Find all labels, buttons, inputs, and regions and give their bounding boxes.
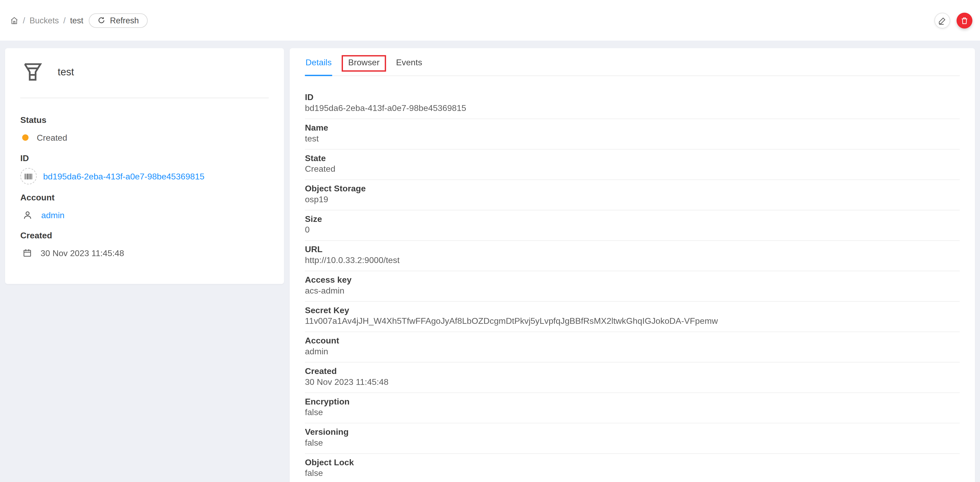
id-section: ID bd195da6-2eba-413f-a0e7-98be45369815 bbox=[20, 153, 269, 185]
home-icon[interactable] bbox=[10, 16, 18, 24]
resource-info-card: test Status Created ID bbox=[5, 48, 284, 284]
resource-id-link[interactable]: bd195da6-2eba-413f-a0e7-98be45369815 bbox=[43, 172, 204, 181]
breadcrumb-separator: / bbox=[64, 16, 66, 25]
refresh-button[interactable]: Refresh bbox=[89, 13, 148, 28]
user-icon bbox=[20, 210, 35, 220]
refresh-label: Refresh bbox=[110, 16, 139, 25]
id-label: ID bbox=[20, 153, 269, 164]
status-label: Status bbox=[20, 115, 269, 126]
detail-row-name: Name test bbox=[305, 119, 960, 150]
bucket-icon bbox=[21, 60, 45, 84]
created-section: Created 30 Nov 2023 11:45:48 bbox=[20, 231, 269, 260]
account-section: Account admin bbox=[20, 193, 269, 223]
page: / Buckets / test Refresh bbox=[0, 0, 980, 482]
calendar-icon bbox=[20, 248, 34, 257]
detail-row-object-storage: Object Storage osp19 bbox=[305, 180, 960, 210]
created-value: 30 Nov 2023 11:45:48 bbox=[41, 248, 124, 258]
detail-row-id: ID bd195da6-2eba-413f-a0e7-98be45369815 bbox=[305, 89, 960, 119]
barcode-icon bbox=[20, 168, 37, 185]
pencil-icon bbox=[938, 16, 946, 24]
status-dot-icon bbox=[22, 134, 29, 141]
detail-row-object-lock: Object Lock false bbox=[305, 454, 960, 482]
edit-button[interactable] bbox=[934, 13, 950, 29]
detail-row-versioning: Versioning false bbox=[305, 423, 960, 454]
content-area: test Status Created ID bbox=[0, 41, 980, 482]
detail-row-url: URL http://10.0.33.2:9000/test bbox=[305, 241, 960, 271]
created-label: Created bbox=[20, 231, 269, 241]
tab-browser[interactable]: Browser bbox=[347, 57, 380, 75]
breadcrumb-item-buckets[interactable]: Buckets bbox=[29, 16, 59, 25]
details-card: Details Browser Events ID bd195da6-2eba-… bbox=[290, 48, 975, 482]
tab-browser-label: Browser bbox=[348, 57, 380, 67]
top-bar: / Buckets / test Refresh bbox=[0, 0, 980, 41]
detail-row-account: Account admin bbox=[305, 332, 960, 363]
breadcrumb-separator: / bbox=[23, 16, 25, 25]
detail-row-size: Size 0 bbox=[305, 210, 960, 241]
trash-icon bbox=[960, 16, 969, 24]
detail-row-access-key: Access key acs-admin bbox=[305, 271, 960, 302]
resource-header: test bbox=[20, 60, 269, 84]
account-label: Account bbox=[20, 193, 269, 203]
resource-title: test bbox=[57, 66, 74, 78]
breadcrumb: / Buckets / test bbox=[10, 16, 83, 25]
detail-row-secret-key: Secret Key 11v007a1Av4jJH_W4Xh5TfwFFAgoJ… bbox=[305, 302, 960, 332]
tab-bar: Details Browser Events bbox=[305, 48, 960, 76]
tab-details[interactable]: Details bbox=[305, 57, 332, 75]
status-section: Status Created bbox=[20, 115, 269, 145]
refresh-icon bbox=[98, 16, 106, 24]
detail-row-created: Created 30 Nov 2023 11:45:48 bbox=[305, 363, 960, 393]
detail-row-encryption: Encryption false bbox=[305, 393, 960, 424]
details-list: ID bd195da6-2eba-413f-a0e7-98be45369815 … bbox=[305, 89, 960, 482]
divider bbox=[20, 98, 269, 98]
detail-row-state: State Created bbox=[305, 150, 960, 180]
status-value: Created bbox=[37, 133, 67, 142]
tab-events[interactable]: Events bbox=[396, 57, 423, 75]
breadcrumb-item-current: test bbox=[70, 16, 83, 25]
delete-button[interactable] bbox=[957, 13, 972, 29]
account-link[interactable]: admin bbox=[41, 210, 65, 220]
